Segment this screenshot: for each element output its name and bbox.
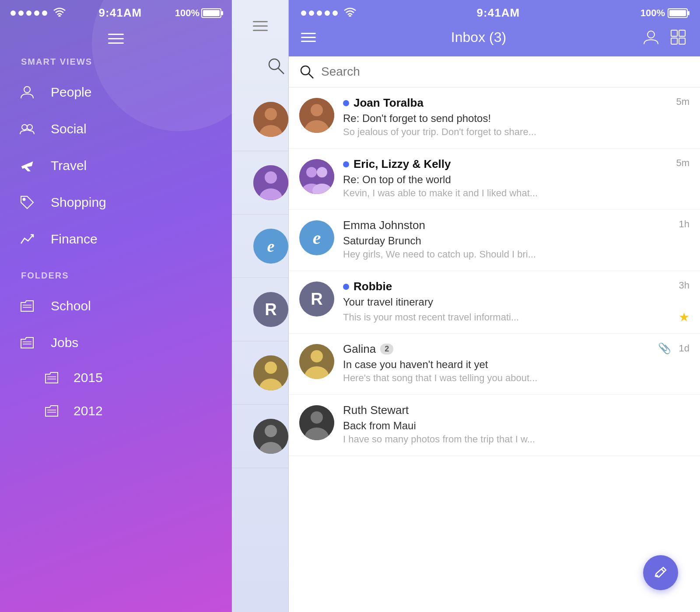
svg-point-1 — [24, 87, 30, 93]
svg-point-27 — [350, 15, 351, 17]
svg-point-19 — [265, 171, 277, 184]
avatar-joan — [299, 98, 334, 133]
svg-rect-29 — [671, 30, 677, 36]
subject-ruth: Back from Maui — [343, 420, 690, 432]
time-robbie: 3h — [679, 280, 690, 291]
mid-list-item-5[interactable] — [232, 341, 288, 405]
unread-dot-robbie — [343, 284, 349, 290]
email-item-joan[interactable]: Joan Toralba 5m Re: Don't forget to send… — [289, 87, 700, 149]
sender-robbie: Robbie — [354, 280, 392, 293]
rdot1 — [301, 10, 306, 16]
hamburger-right-button[interactable] — [301, 33, 316, 42]
battery-percent-left: 100% — [175, 7, 200, 19]
svg-point-36 — [311, 104, 323, 116]
layout-icon-button[interactable] — [668, 28, 688, 47]
hr-line1 — [301, 33, 316, 34]
svg-point-25 — [265, 425, 277, 437]
mid-list-item-1[interactable] — [232, 88, 288, 151]
subject-eric: Re: On top of the world — [343, 174, 690, 186]
email-header-ruth: Ruth Stewart — [343, 403, 690, 417]
shopping-label: Shopping — [51, 195, 106, 210]
rdot2 — [309, 10, 314, 16]
time-galina: 1d — [679, 343, 690, 354]
sidebar-item-shopping[interactable]: Shopping — [0, 184, 232, 221]
svg-point-0 — [59, 15, 60, 17]
hamburger-icon[interactable] — [108, 34, 124, 44]
mid-avatar-3: e — [253, 229, 288, 264]
email-item-ruth[interactable]: Ruth Stewart Back from Maui I have so ma… — [289, 395, 700, 456]
compose-button[interactable] — [643, 555, 678, 590]
svg-point-47 — [311, 411, 323, 424]
svg-point-40 — [317, 167, 327, 177]
sidebar-item-school[interactable]: School — [0, 288, 232, 324]
sidebar-item-finance[interactable]: Finance — [0, 221, 232, 257]
email-item-galina[interactable]: Galina 2 📎 1d In case you haven't heard … — [289, 334, 700, 395]
dot2 — [18, 10, 24, 16]
sidebar-item-social[interactable]: Social — [0, 111, 232, 147]
svg-rect-30 — [679, 30, 685, 36]
sidebar-item-travel[interactable]: Travel — [0, 147, 232, 184]
email-sender-row-galina: Galina 2 — [343, 342, 393, 356]
email-header-emma: Emma Johnston 1h — [343, 219, 690, 232]
battery-bar-right — [668, 8, 688, 18]
email-content-eric: Eric, Lizzy & Kelly 5m Re: On top of the… — [343, 157, 690, 199]
badge-galina: 2 — [380, 344, 393, 355]
status-bar-right: 9:41AM 100% — [289, 0, 700, 23]
email-content-emma: Emma Johnston 1h Saturday Brunch Hey gir… — [343, 219, 690, 260]
2012-label: 2012 — [74, 403, 103, 418]
svg-rect-31 — [671, 38, 677, 44]
wifi-icon — [53, 7, 66, 19]
mid-list-item-2[interactable] — [232, 151, 288, 215]
sidebar-item-people[interactable]: People — [0, 74, 232, 111]
battery-fill-left — [203, 10, 220, 16]
svg-line-34 — [309, 74, 313, 78]
search-partial — [232, 44, 288, 88]
email-item-eric[interactable]: Eric, Lizzy & Kelly 5m Re: On top of the… — [289, 149, 700, 210]
hamburger-mid[interactable] — [253, 21, 268, 31]
search-bar — [289, 56, 700, 87]
hamburger-left[interactable] — [0, 23, 232, 57]
svg-line-49 — [662, 569, 664, 572]
email-item-emma[interactable]: e Emma Johnston 1h Saturday Brunch Hey g… — [289, 210, 700, 271]
hr-line3 — [301, 41, 316, 42]
sender-ruth: Ruth Stewart — [343, 403, 409, 417]
sidebar-item-2012[interactable]: 2012 — [0, 394, 232, 428]
people-label: People — [51, 85, 91, 100]
email-header-joan: Joan Toralba 5m — [343, 96, 690, 110]
battery-area-right: 100% — [640, 7, 688, 19]
dot4 — [34, 10, 39, 16]
svg-point-3 — [27, 125, 32, 130]
preview-ruth: I have so many photos from the trip that… — [343, 434, 690, 445]
svg-point-2 — [22, 125, 27, 130]
subject-joan: Re: Don't forget to send photos! — [343, 112, 690, 125]
search-input[interactable] — [321, 65, 690, 79]
email-extras-galina: 📎 1d — [658, 342, 690, 355]
folder-jobs-icon — [18, 333, 37, 352]
email-content-galina: Galina 2 📎 1d In case you haven't heard … — [343, 342, 690, 384]
profile-icon-button[interactable] — [641, 28, 661, 47]
preview-galina: Here's that song that I was telling you … — [343, 372, 690, 384]
avatar-robbie: R — [299, 282, 334, 316]
dot1 — [10, 10, 16, 16]
left-panel: 9:41AM 100% SMART VIEWS People — [0, 0, 232, 612]
sidebar-item-2015[interactable]: 2015 — [0, 361, 232, 394]
mid-list-item-4[interactable]: R — [232, 278, 288, 341]
email-item-robbie[interactable]: R Robbie 3h Your travel itinerary This i… — [289, 271, 700, 334]
mid-avatar-6 — [253, 419, 288, 454]
mid-list-item-6[interactable] — [232, 405, 288, 468]
mid-list-item-3[interactable]: e — [232, 215, 288, 278]
finance-label: Finance — [51, 232, 98, 247]
trending-icon — [18, 230, 37, 249]
sender-emma: Emma Johnston — [343, 219, 425, 232]
folders-label: FOLDERS — [0, 271, 232, 288]
plane-icon — [18, 156, 37, 175]
inbox-title: Inbox (3) — [451, 29, 506, 45]
right-panel: 9:41AM 100% Inbox (3) — [289, 0, 700, 612]
avatar-emma-letter: e — [313, 227, 321, 248]
sidebar-item-jobs[interactable]: Jobs — [0, 324, 232, 361]
hamburger-line-1 — [108, 34, 124, 35]
svg-line-14 — [278, 68, 284, 74]
email-extras-robbie: 3h — [675, 280, 690, 291]
dot3 — [26, 10, 32, 16]
battery-fill-right — [669, 10, 686, 16]
